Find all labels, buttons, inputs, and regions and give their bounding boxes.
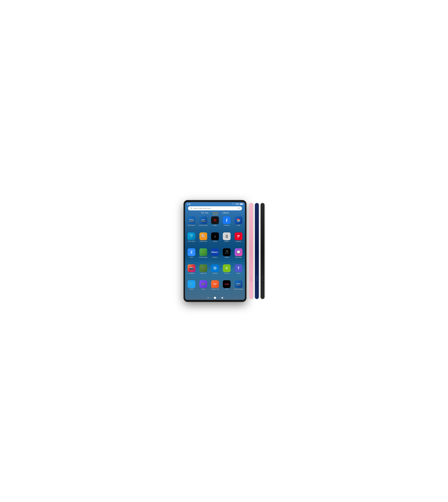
- luna-label: Luna: [202, 289, 205, 290]
- instagram-icon: 📷: [188, 264, 195, 272]
- battery-fill: [240, 204, 243, 205]
- color-variants: [249, 203, 264, 299]
- black-variant: [261, 203, 264, 299]
- amazon-music-label: Amazon Music: [199, 225, 208, 226]
- dot-1: [256, 276, 257, 276]
- silk-icon: internetamazon: [188, 216, 195, 224]
- messenger-icon: 💬: [235, 248, 242, 256]
- battery-percent: 100%: [235, 203, 239, 205]
- tiktok-label: TikTok: [213, 241, 217, 242]
- recent-button[interactable]: ▣: [221, 296, 224, 299]
- tab-library[interactable]: Library: [222, 211, 229, 215]
- luna-icon: 🎮: [199, 280, 207, 288]
- gardenscapes-icon: 🌿: [199, 248, 207, 256]
- freevee-label: Freevee: [224, 273, 229, 274]
- freevee-icon: fv: [223, 264, 231, 272]
- app-tiktok[interactable]: ♪TikTok: [210, 232, 220, 247]
- app-luna[interactable]: 🎮Luna: [198, 280, 208, 295]
- zoom-label: Zoom: [190, 257, 193, 258]
- app-spotify[interactable]: 🎵Spotify: [222, 248, 232, 263]
- zoom-icon: Z: [188, 248, 195, 256]
- netflix-label: Netflix: [213, 225, 217, 226]
- app-minecraft[interactable]: ⛏️Minecraft: [198, 264, 208, 279]
- search-placeholder: Search web and more: [193, 207, 237, 210]
- app-netflix[interactable]: NNetflix: [210, 216, 220, 231]
- dot-3: [251, 279, 252, 279]
- mic-icon: 🎙: [238, 207, 240, 210]
- navy-variant: [255, 203, 259, 299]
- twitter-icon: 🐦: [188, 280, 195, 288]
- battery-bar: [240, 203, 243, 205]
- app-tubi[interactable]: tubiTubi: [222, 280, 232, 295]
- candy-crush-label: Candy Crush: [199, 241, 207, 242]
- dot-2: [262, 277, 263, 278]
- app-disney+[interactable]: Disney+Disney+: [210, 248, 220, 263]
- roblox-icon: []: [223, 232, 231, 240]
- spotify-label: Spotify: [225, 257, 229, 258]
- app-pinterest[interactable]: PPinterest: [233, 232, 244, 247]
- status-bar: 9:06 ▾⌒ 100%: [185, 202, 245, 206]
- app-amazon-kids[interactable]: amazonkidsAmazon Kids: [210, 280, 220, 295]
- silk-label: Silk Browser: [188, 225, 195, 226]
- dot-3: [256, 279, 257, 279]
- roblox-label: Roblox: [224, 241, 229, 242]
- app-kindle[interactable]: 📚Kindle: [233, 216, 244, 231]
- app-messenger[interactable]: 💬Messenger: [233, 248, 244, 263]
- disney-icon: Disney+: [211, 248, 219, 256]
- dot-4: [256, 280, 257, 281]
- app-freevee[interactable]: fvFreevee: [222, 264, 232, 279]
- amazon-kids-icon: amazonkids: [211, 280, 219, 288]
- app-zoom[interactable]: ZZoom: [186, 248, 197, 263]
- speaker-dots-pink: [251, 276, 252, 281]
- home-tabs: For You Home Library: [185, 211, 245, 215]
- speaker-dots-navy: [256, 276, 257, 281]
- app-amazon-photos[interactable]: photosamazonAmazon Photos: [233, 280, 244, 295]
- app-silk-browser[interactable]: internetamazonSilk Browser: [186, 216, 197, 231]
- pinterest-label: Pinterest: [236, 241, 241, 242]
- app-teams[interactable]: TTeams: [233, 264, 244, 279]
- product-scene: 9:06 ▾⌒ 100% 🔍 Search web and mo: [177, 194, 271, 308]
- app-instagram[interactable]: 📷Instagram: [186, 264, 197, 279]
- time-display: 9:06: [187, 203, 191, 205]
- instagram-label: Instagram: [189, 273, 194, 274]
- prime-video-label: Prime Video: [188, 241, 195, 242]
- pink-variant: [249, 203, 253, 299]
- battery-indicator: [240, 203, 243, 205]
- tubi-label: Tubi: [225, 289, 228, 290]
- dot-1: [262, 276, 263, 276]
- pinterest-icon: P: [235, 232, 242, 240]
- kindle-icon: 📚: [235, 216, 242, 224]
- app-prime-video[interactable]: primevideo▶Prime Video: [186, 232, 197, 247]
- wifi-icon: ▾⌒: [233, 203, 235, 205]
- tab-for-you[interactable]: For You: [201, 211, 208, 215]
- dot-4: [262, 280, 263, 281]
- app-roblox[interactable]: []Roblox: [222, 232, 232, 247]
- amazon-music-icon: musicamazon: [199, 216, 207, 224]
- home-button[interactable]: ⬤: [214, 296, 216, 299]
- dot-1: [251, 276, 252, 276]
- amazon-kids-label: Amazon Kids: [211, 289, 219, 290]
- app-twitter[interactable]: 🐦Twitter: [186, 280, 197, 295]
- screen-content: 9:06 ▾⌒ 100% 🔍 Search web and mo: [185, 202, 245, 300]
- app-amazon-music[interactable]: musicamazonAmazon Music: [198, 216, 208, 231]
- netflix-icon: N: [211, 216, 219, 224]
- back-button[interactable]: ◁: [207, 296, 209, 299]
- search-bar[interactable]: 🔍 Search web and more 🎙: [188, 206, 242, 210]
- dot-3: [262, 279, 263, 279]
- app-gardenscapes[interactable]: 🌿Gardenscapes: [198, 248, 208, 263]
- app-outlook[interactable]: OOutlook: [210, 264, 220, 279]
- dot-4: [251, 280, 252, 281]
- tubi-icon: tubi: [223, 280, 231, 288]
- app-grid: internetamazonSilk BrowsermusicamazonAma…: [185, 216, 245, 295]
- bottom-navigation: ◁ ⬤ ▣: [185, 295, 245, 300]
- app-candy-crush[interactable]: 🍭Candy Crush: [198, 232, 208, 247]
- gardenscapes-label: Gardenscapes: [199, 257, 208, 258]
- messenger-label: Messenger: [235, 257, 242, 258]
- minecraft-label: Minecraft: [200, 273, 206, 274]
- app-facebook[interactable]: fFacebook: [222, 216, 232, 231]
- prime-video-icon: primevideo▶: [188, 232, 195, 240]
- tiktok-icon: ♪: [211, 232, 219, 240]
- outlook-label: Outlook: [213, 273, 217, 274]
- dot-2: [256, 277, 257, 278]
- tab-home[interactable]: Home: [213, 211, 218, 215]
